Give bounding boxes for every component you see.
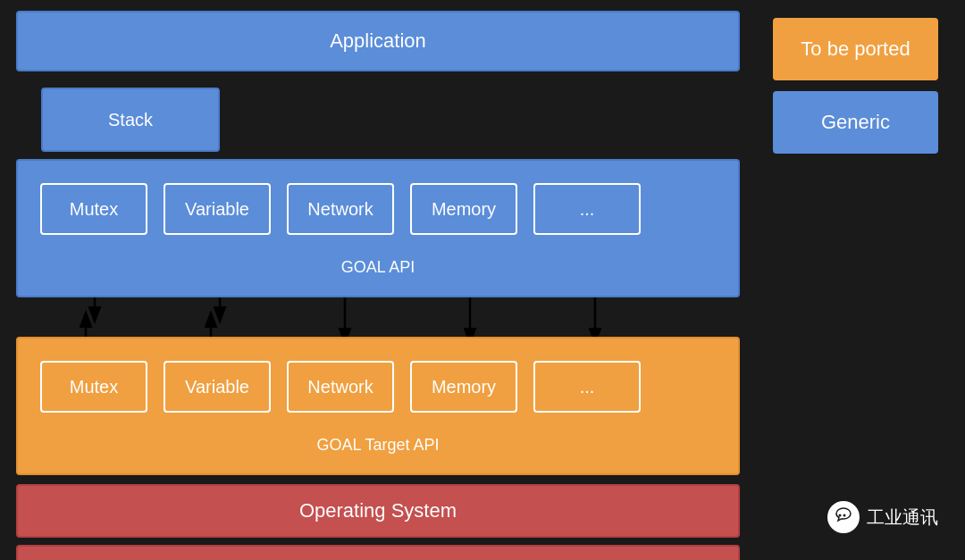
application-label: Application [330,29,426,53]
goal-api-memory-label: Memory [432,199,496,220]
target-api-variable-label: Variable [185,377,249,397]
goal-api-network-box: Network [287,183,394,235]
target-api-label: GOAL Target API [316,436,439,455]
wechat-label: 工业通讯 [867,506,938,530]
target-api-memory-label: Memory [432,377,496,397]
wechat-icon [827,501,860,533]
wechat-watermark: 工业通讯 [827,501,938,533]
stack-box: Stack [41,88,220,152]
arrows-between-layers [16,297,740,337]
goal-api-boxes-row: Mutex Variable Network Memory ... [31,183,725,235]
goal-api-more-box: ... [533,183,641,235]
goal-api-label: GOAL API [341,258,415,277]
goal-api-more-label: ... [580,199,595,220]
target-api-variable-box: Variable [164,361,271,413]
target-api-network-box: Network [287,361,394,413]
legend-generic: Generic [773,91,938,154]
svg-point-10 [843,514,846,517]
os-label: Operating System [299,499,457,522]
target-api-more-box: ... [533,361,641,413]
target-api-memory-box: Memory [410,361,517,413]
stack-label: Stack [108,110,153,130]
legend-to-be-ported: To be ported [773,18,938,80]
target-api-mutex-label: Mutex [70,377,118,397]
goal-api-layer: Mutex Variable Network Memory ... GOAL A… [16,159,740,297]
goal-api-variable-box: Variable [164,183,271,235]
svg-point-9 [839,514,842,517]
target-api-layer: Mutex Variable Network Memory ... GOAL T… [16,337,740,475]
goal-api-mutex-label: Mutex [70,199,118,220]
legend: To be ported Generic [773,18,938,154]
target-api-more-label: ... [580,377,595,397]
target-api-boxes-row: Mutex Variable Network Memory ... [31,361,725,413]
goal-api-mutex-box: Mutex [40,183,147,235]
hw-layer: Hardware [16,545,740,560]
target-api-network-label: Network [307,377,373,397]
legend-to-be-ported-label: To be ported [801,38,910,61]
goal-api-variable-label: Variable [185,199,249,220]
goal-api-memory-box: Memory [410,183,517,235]
target-api-mutex-box: Mutex [40,361,147,413]
os-layer: Operating System [16,484,740,538]
legend-generic-label: Generic [821,111,890,134]
application-layer: Application [16,11,740,71]
goal-api-network-label: Network [307,199,373,220]
